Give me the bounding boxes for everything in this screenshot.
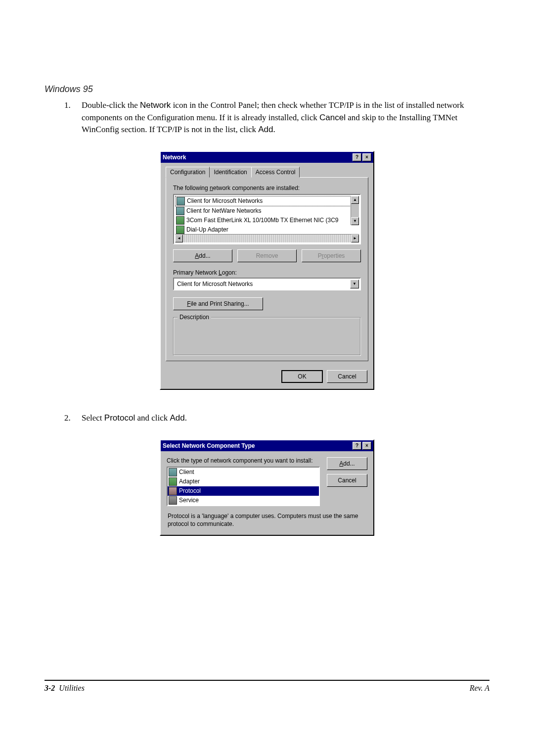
- cancel-button[interactable]: Cancel: [327, 370, 367, 383]
- dialog-title: Select Network Component Type: [163, 442, 255, 449]
- ui-term: Cancel: [319, 113, 346, 122]
- list-item[interactable]: Adapter: [168, 477, 319, 486]
- scroll-left-icon[interactable]: ◄: [175, 235, 183, 242]
- tab-row: Configuration Identification Access Cont…: [161, 163, 373, 178]
- ui-term: Add: [170, 413, 185, 423]
- client-icon: [169, 468, 177, 476]
- list-item[interactable]: Client for NetWare Networks: [175, 206, 359, 216]
- component-description: Protocol is a 'language' a computer uses…: [161, 512, 373, 535]
- titlebar[interactable]: Select Network Component Type ? ×: [161, 440, 373, 451]
- scroll-up-icon[interactable]: ▲: [351, 196, 359, 204]
- list-item[interactable]: Dial-Up Adapter: [175, 225, 359, 234]
- select-component-dialog: Select Network Component Type ? × Click …: [160, 439, 374, 536]
- list-item[interactable]: Protocol: [168, 486, 319, 496]
- help-icon[interactable]: ?: [353, 153, 361, 161]
- ui-term: Add: [258, 125, 273, 134]
- network-dialog: Network ? × Configuration Identification…: [160, 151, 374, 390]
- step-number: 2.: [64, 412, 82, 425]
- ok-button[interactable]: OK: [281, 370, 323, 383]
- scroll-track[interactable]: [183, 235, 351, 242]
- list-item-label: Client: [179, 469, 194, 475]
- components-label: The following network components are ins…: [173, 185, 361, 191]
- group-title: Description: [178, 314, 211, 321]
- footer-section: Utilities: [59, 684, 85, 692]
- component-intro: Click the type of network component you …: [167, 457, 320, 464]
- page-footer: 3-2 Utilities Rev. A: [44, 680, 490, 693]
- step-text: Select Protocol and click Add.: [82, 412, 490, 425]
- help-icon[interactable]: ?: [353, 442, 361, 450]
- step-2: 2. Select Protocol and click Add.: [64, 412, 490, 425]
- logon-dropdown[interactable]: Client for Microsoft Networks ▼: [173, 278, 361, 290]
- ui-term: Network: [140, 100, 171, 110]
- text: .: [185, 413, 187, 423]
- client-icon: [177, 197, 185, 205]
- file-print-sharing-button[interactable]: File and Print Sharing...: [173, 297, 263, 310]
- logon-value: Client for Microsoft Networks: [177, 281, 253, 287]
- add-button[interactable]: Add...: [173, 249, 232, 262]
- scroll-right-icon[interactable]: ►: [351, 235, 359, 242]
- close-icon[interactable]: ×: [362, 153, 371, 161]
- titlebar[interactable]: Network ? ×: [161, 152, 373, 163]
- component-listbox[interactable]: Client Adapter Protocol Service: [167, 467, 320, 506]
- list-item[interactable]: Client for Microsoft Networks: [175, 196, 359, 206]
- close-icon[interactable]: ×: [362, 442, 371, 450]
- tab-panel: The following network components are ins…: [166, 177, 368, 361]
- tab-access-control[interactable]: Access Control: [251, 167, 300, 178]
- page-number: 3-2: [44, 684, 55, 692]
- section-heading: Windows 95: [44, 84, 490, 94]
- list-item-label: Client for NetWare Networks: [186, 207, 262, 214]
- adapter-icon: [176, 216, 184, 225]
- adapter-icon: [169, 477, 177, 486]
- list-item-label: Client for Microsoft Networks: [187, 197, 263, 204]
- text: .: [273, 125, 275, 134]
- tab-configuration[interactable]: Configuration: [166, 167, 210, 178]
- list-item[interactable]: Client: [168, 468, 319, 477]
- horizontal-scrollbar[interactable]: ◄ ►: [175, 234, 359, 242]
- list-item-label: Protocol: [179, 487, 201, 494]
- list-item[interactable]: Service: [168, 496, 319, 505]
- logon-label: Primary Network Logon:: [173, 269, 361, 276]
- vertical-scrollbar[interactable]: ▲ ▼: [351, 196, 359, 225]
- list-item-label: Dial-Up Adapter: [186, 226, 228, 233]
- ui-term: Protocol: [104, 413, 135, 423]
- remove-button[interactable]: Remove: [237, 249, 297, 262]
- protocol-icon: [169, 487, 177, 495]
- add-button[interactable]: Add...: [327, 457, 367, 470]
- list-item[interactable]: 3Com Fast EtherLink XL 10/100Mb TX Ether…: [175, 216, 359, 225]
- list-item-label: Adapter: [179, 478, 200, 485]
- tab-identification[interactable]: Identification: [209, 167, 251, 178]
- step-1: 1. Double-click the Network icon in the …: [64, 99, 490, 136]
- service-icon: [169, 496, 177, 505]
- step-number: 1.: [64, 99, 82, 136]
- adapter-icon: [176, 226, 184, 234]
- components-listbox[interactable]: Client for Microsoft Networks Client for…: [173, 194, 361, 244]
- properties-button[interactable]: Properties: [302, 249, 361, 262]
- list-item-label: Service: [179, 497, 199, 504]
- client-icon: [176, 207, 184, 215]
- text: Select: [82, 413, 104, 423]
- list-item-label: 3Com Fast EtherLink XL 10/100Mb TX Ether…: [186, 217, 338, 224]
- text: Double-click the: [82, 100, 140, 110]
- dialog-title: Network: [163, 154, 186, 161]
- scroll-down-icon[interactable]: ▼: [351, 217, 359, 225]
- cancel-button[interactable]: Cancel: [327, 474, 367, 487]
- revision: Rev. A: [470, 684, 490, 693]
- chevron-down-icon[interactable]: ▼: [350, 280, 359, 288]
- description-group: Description: [173, 317, 361, 356]
- text: and click: [135, 413, 170, 423]
- step-text: Double-click the Network icon in the Con…: [82, 99, 490, 136]
